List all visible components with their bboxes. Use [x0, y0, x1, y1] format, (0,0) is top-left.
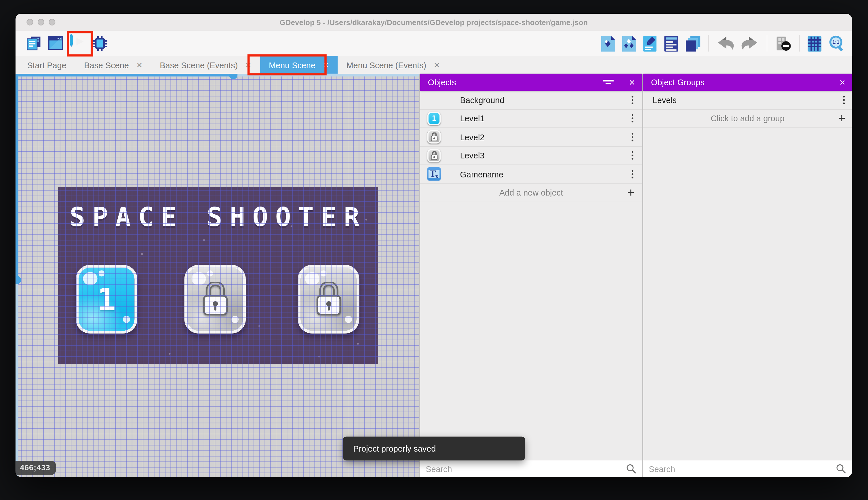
gloss-highlight	[345, 316, 352, 323]
add-group-icon[interactable]: +	[838, 111, 845, 126]
tab-menu-scene[interactable]: Menu Scene ×	[260, 56, 338, 74]
object-groups-panel-title: Object Groups	[651, 78, 705, 87]
object-menu-icon[interactable]	[631, 114, 633, 123]
close-tab-icon[interactable]: ×	[137, 60, 142, 70]
level-one-button-icon: 1	[427, 112, 441, 125]
object-groups-panel: Object Groups × Levels Click to add a gr…	[643, 74, 852, 477]
scene-render[interactable]: SPACE SHOOTER 1	[58, 186, 378, 364]
lock-icon	[201, 282, 229, 316]
objects-panel-header: Objects ×	[420, 74, 642, 91]
undo-icon[interactable]	[716, 36, 735, 51]
object-row-gamename[interactable]: T x Gamename	[420, 165, 642, 183]
gloss-highlight	[83, 272, 97, 285]
object-groups-panel-header: Object Groups ×	[643, 74, 852, 91]
object-row-background[interactable]: Background	[420, 91, 642, 109]
object-menu-icon[interactable]	[631, 95, 633, 104]
preview-play-icon[interactable]	[70, 35, 86, 51]
gloss-highlight	[123, 316, 130, 323]
save-toast: Project properly saved	[343, 436, 525, 461]
vertical-scrollbar[interactable]	[15, 74, 19, 477]
level2-button-instance[interactable]	[185, 265, 246, 333]
close-tab-icon[interactable]: ×	[434, 60, 439, 70]
objects-panel: Objects × Background 1 Level1	[420, 74, 642, 477]
screenshot-stage: GDevelop 5 - /Users/dkarakay/Documents/G…	[0, 0, 868, 500]
horizontal-scrollbar[interactable]	[15, 74, 419, 77]
add-group-row[interactable]: Click to add a group +	[643, 110, 852, 128]
tab-base-scene[interactable]: Base Scene ×	[75, 56, 151, 74]
gloss-highlight	[98, 271, 105, 276]
tab-base-scene-events[interactable]: Base Scene (Events) ×	[151, 56, 260, 74]
toggle-window-mask-icon[interactable]	[775, 36, 792, 51]
open-layers-panel-icon[interactable]	[685, 36, 700, 51]
window-title: GDevelop 5 - /Users/dkarakay/Documents/G…	[15, 14, 852, 31]
objects-search-bar	[420, 460, 642, 477]
level3-button-instance[interactable]	[298, 265, 360, 333]
toolbar-right: 1:1	[601, 31, 845, 56]
text-object-icon: T x	[427, 167, 441, 181]
search-icon	[626, 463, 637, 474]
close-tab-icon[interactable]: ×	[323, 60, 329, 70]
locked-level-button-icon	[427, 130, 441, 144]
close-panel-icon[interactable]: ×	[840, 77, 845, 87]
redo-icon[interactable]	[741, 36, 759, 51]
scene-editor-canvas[interactable]: SPACE SHOOTER 1	[15, 74, 419, 477]
open-object-groups-icon[interactable]	[622, 36, 637, 51]
close-panel-icon[interactable]: ×	[629, 77, 635, 87]
close-tab-icon[interactable]: ×	[246, 60, 251, 70]
object-row-level2[interactable]: Level2	[420, 128, 642, 146]
toolbar-separator	[799, 35, 800, 52]
objects-search-input[interactable]	[420, 460, 626, 477]
vertical-scrollbar-thumb[interactable]	[15, 276, 21, 284]
tab-bar: Start Page Base Scene × Base Scene (Even…	[15, 56, 852, 74]
zoom-ratio-label: 1:1	[831, 39, 840, 45]
gloss-highlight	[231, 316, 238, 323]
titlebar: GDevelop 5 - /Users/dkarakay/Documents/G…	[15, 14, 852, 31]
toolbar: 1:1	[15, 31, 852, 56]
filter-icon[interactable]	[603, 80, 613, 85]
debug-icon[interactable]	[92, 36, 107, 51]
toolbar-separator	[767, 35, 767, 52]
scene-window-icon[interactable]	[48, 36, 63, 51]
level-number: 1	[97, 281, 116, 317]
gloss-highlight	[320, 271, 327, 276]
open-instances-list-icon[interactable]	[664, 36, 679, 51]
zoom-1-1-icon[interactable]: 1:1	[829, 35, 845, 51]
level1-button-instance[interactable]: 1	[76, 265, 138, 333]
background-thumbnail	[427, 93, 441, 106]
toggle-grid-icon[interactable]	[808, 36, 822, 51]
objects-panel-title: Objects	[428, 78, 456, 87]
search-icon	[835, 463, 846, 474]
lock-icon	[315, 282, 342, 316]
object-menu-icon[interactable]	[631, 151, 633, 160]
object-menu-icon[interactable]	[631, 133, 633, 141]
add-object-row[interactable]: Add a new object +	[420, 184, 642, 202]
cursor-coordinates-badge: 466;433	[15, 461, 56, 475]
gdevelop-window: GDevelop 5 - /Users/dkarakay/Documents/G…	[15, 14, 852, 477]
object-menu-icon[interactable]	[631, 170, 633, 179]
horizontal-scrollbar-thumb[interactable]	[229, 74, 237, 79]
tab-start-page[interactable]: Start Page	[18, 56, 75, 74]
game-title-instance[interactable]: SPACE SHOOTER	[58, 202, 378, 232]
tab-menu-scene-events[interactable]: Menu Scene (Events) ×	[338, 56, 448, 74]
object-row-level3[interactable]: Level3	[420, 147, 642, 165]
project-manager-icon[interactable]	[26, 36, 42, 51]
object-row-level1[interactable]: 1 Level1	[420, 110, 642, 128]
toolbar-separator	[708, 35, 708, 52]
open-objects-panel-icon[interactable]	[601, 36, 616, 51]
open-properties-panel-icon[interactable]	[643, 36, 658, 51]
toolbar-left	[26, 31, 107, 56]
group-menu-icon[interactable]	[843, 95, 845, 104]
groups-search-input[interactable]	[643, 460, 835, 477]
add-object-icon[interactable]: +	[627, 185, 635, 200]
groups-search-bar	[643, 460, 852, 477]
gloss-highlight	[207, 271, 213, 276]
group-row-levels[interactable]: Levels	[643, 91, 852, 109]
locked-level-button-icon	[427, 149, 441, 162]
